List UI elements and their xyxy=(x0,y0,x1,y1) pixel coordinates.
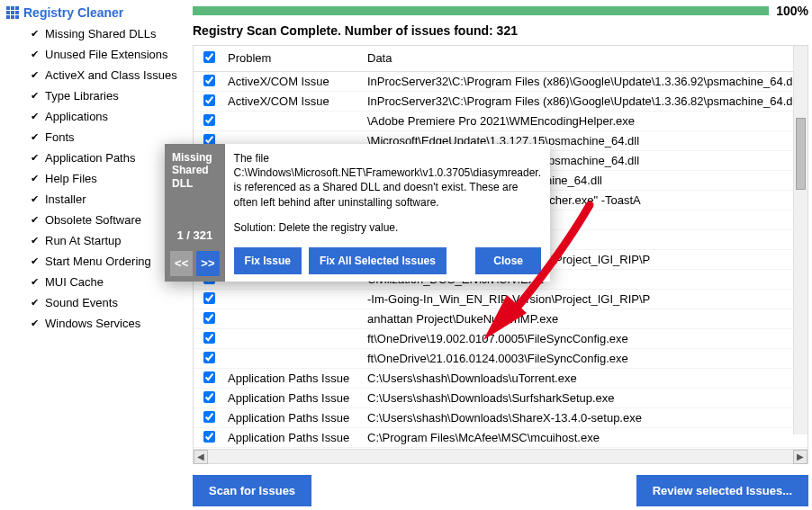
sidebar-item[interactable]: ✔Fonts xyxy=(5,127,182,148)
row-checkbox[interactable] xyxy=(203,411,215,423)
sidebar-item[interactable]: ✔Type Libraries xyxy=(5,85,182,106)
check-icon: ✔ xyxy=(31,191,39,208)
dialog-counter: 1 / 321 xyxy=(165,228,225,251)
row-checkbox[interactable] xyxy=(203,332,215,344)
sidebar-item-label: Installer xyxy=(45,191,86,208)
sidebar-item[interactable]: ✔Start Menu Ordering xyxy=(5,251,182,272)
scroll-left-icon[interactable]: ◀ xyxy=(194,450,208,464)
close-button[interactable]: Close xyxy=(475,247,541,274)
check-icon: ✔ xyxy=(31,211,39,228)
row-checkbox[interactable] xyxy=(203,75,215,86)
check-icon: ✔ xyxy=(31,46,39,63)
sidebar-item[interactable]: ✔Applications xyxy=(5,106,182,127)
check-icon: ✔ xyxy=(31,253,39,270)
cell-data: InProcServer32\C:\Program Files (x86)\Go… xyxy=(364,75,807,88)
svg-rect-5 xyxy=(15,11,19,14)
table-row[interactable]: ActiveX/COM IssueInProcServer32\C:\Progr… xyxy=(194,92,807,112)
svg-rect-8 xyxy=(15,15,19,19)
table-row[interactable]: Application Paths IssueC:\Users\shash\Do… xyxy=(194,369,807,389)
sidebar-item-label: Applications xyxy=(45,108,108,125)
cell-data: \Adobe Premiere Pro 2021\WMEncodingHelpe… xyxy=(364,114,807,128)
cell-problem: ActiveX/COM Issue xyxy=(224,94,364,108)
issue-dialog: Missing Shared DLL 1 / 321 << >> The fil… xyxy=(165,144,550,282)
sidebar-item[interactable]: ✔Installer xyxy=(5,189,182,210)
check-icon: ✔ xyxy=(31,315,39,332)
select-all-checkbox[interactable] xyxy=(203,51,215,63)
vertical-scrollbar[interactable] xyxy=(793,46,807,434)
sidebar-item[interactable]: ✔Application Paths xyxy=(5,148,182,168)
cell-problem: Application Paths Issue xyxy=(224,431,364,444)
row-checkbox[interactable] xyxy=(203,114,215,126)
row-checkbox[interactable] xyxy=(203,391,215,403)
sidebar-item[interactable]: ✔ActiveX and Class Issues xyxy=(5,65,182,85)
table-row[interactable]: Application Paths IssueC:\Program Files\… xyxy=(194,428,807,448)
next-button[interactable]: >> xyxy=(196,251,219,276)
sidebar-item[interactable]: ✔Missing Shared DLLs xyxy=(5,23,182,44)
sidebar-item-label: Fonts xyxy=(45,129,75,146)
scan-button[interactable]: Scan for Issues xyxy=(193,475,311,506)
sidebar-item[interactable]: ✔MUI Cache xyxy=(5,272,182,292)
column-data[interactable]: Data xyxy=(364,46,807,71)
table-row[interactable]: ft\OneDrive\21.016.0124.0003\FileSyncCon… xyxy=(194,349,807,369)
horizontal-scrollbar[interactable]: ◀ ▶ xyxy=(194,449,807,463)
check-icon: ✔ xyxy=(31,273,39,291)
row-checkbox[interactable] xyxy=(203,371,215,383)
check-icon: ✔ xyxy=(31,67,39,84)
cell-problem: Application Paths Issue xyxy=(224,371,364,385)
cell-data: ft\OneDrive\19.002.0107.0005\FileSyncCon… xyxy=(364,332,807,345)
sidebar-item[interactable]: ✔Help Files xyxy=(5,168,182,189)
sidebar-item-label: MUI Cache xyxy=(45,273,104,291)
sidebar-item[interactable]: ✔Windows Services xyxy=(5,313,182,334)
review-button[interactable]: Review selected Issues... xyxy=(636,475,808,506)
svg-rect-4 xyxy=(11,11,14,14)
check-icon: ✔ xyxy=(31,149,39,166)
table-row[interactable]: \Adobe Premiere Pro 2021\WMEncodingHelpe… xyxy=(194,112,807,131)
sidebar-title[interactable]: Registry Cleaner xyxy=(5,5,182,20)
sidebar-item-label: Run At Startup xyxy=(45,232,122,249)
cell-data: ft\OneDrive\21.016.0124.0003\FileSyncCon… xyxy=(364,352,807,365)
sidebar-item-label: Windows Services xyxy=(45,315,140,332)
sidebar-item[interactable]: ✔Unused File Extensions xyxy=(5,44,182,65)
sidebar-item[interactable]: ✔Obsolete Software xyxy=(5,210,182,230)
scroll-right-icon[interactable]: ▶ xyxy=(793,450,807,464)
row-checkbox[interactable] xyxy=(203,312,215,324)
sidebar-item-label: Help Files xyxy=(45,170,97,187)
table-row[interactable]: -Im-Going-In_Win_EN_RIP-Version\Project_… xyxy=(194,290,807,309)
row-checkbox[interactable] xyxy=(203,352,215,363)
row-checkbox[interactable] xyxy=(203,431,215,443)
grid-icon xyxy=(5,5,20,20)
table-row[interactable]: anhattan Project\DukeNukemMP.exe xyxy=(194,309,807,329)
table-row[interactable]: Application Paths IssueC:\Users\shash\Do… xyxy=(194,389,807,408)
svg-rect-1 xyxy=(11,6,14,10)
row-checkbox[interactable] xyxy=(203,94,215,106)
row-checkbox[interactable] xyxy=(203,292,215,304)
sidebar-item[interactable]: ✔Sound Events xyxy=(5,292,182,313)
sidebar-item-label: Application Paths xyxy=(45,149,135,166)
fix-all-button[interactable]: Fix All Selected Issues xyxy=(309,247,447,274)
svg-rect-7 xyxy=(11,15,14,19)
progress-bar xyxy=(193,6,769,15)
cell-problem: Application Paths Issue xyxy=(224,411,364,425)
cell-problem: Application Paths Issue xyxy=(224,391,364,405)
table-row[interactable]: Application Paths IssueC:\Users\shash\Do… xyxy=(194,408,807,428)
progress-percent: 100% xyxy=(776,4,808,18)
sidebar-item-label: Unused File Extensions xyxy=(45,46,168,63)
sidebar-item-label: ActiveX and Class Issues xyxy=(45,67,177,84)
sidebar: Registry Cleaner ✔Missing Shared DLLs✔Un… xyxy=(0,0,189,510)
sidebar-item[interactable]: ✔Run At Startup xyxy=(5,230,182,251)
table-row[interactable]: ActiveX/COM IssueInProcServer32\C:\Progr… xyxy=(194,72,807,92)
dialog-title: Missing Shared DLL xyxy=(165,144,225,228)
table-header: Problem Data xyxy=(194,46,807,72)
table-row[interactable]: ft\OneDrive\19.002.0107.0005\FileSyncCon… xyxy=(194,329,807,349)
dialog-text: The file C:\Windows\Microsoft.NET\Framew… xyxy=(234,151,541,235)
fix-issue-button[interactable]: Fix Issue xyxy=(234,247,302,274)
cell-data: C:\Program Files\McAfee\MSC\mcuihost.exe xyxy=(364,431,807,444)
sidebar-item-label: Obsolete Software xyxy=(45,211,141,228)
svg-rect-3 xyxy=(6,11,10,14)
prev-button[interactable]: << xyxy=(170,251,193,276)
cell-data: C:\Users\shash\Downloads\ShareX-13.4.0-s… xyxy=(364,411,807,425)
column-problem[interactable]: Problem xyxy=(224,46,364,71)
sidebar-item-label: Missing Shared DLLs xyxy=(45,25,157,42)
svg-rect-6 xyxy=(6,15,10,19)
cell-problem: ActiveX/COM Issue xyxy=(224,75,364,88)
